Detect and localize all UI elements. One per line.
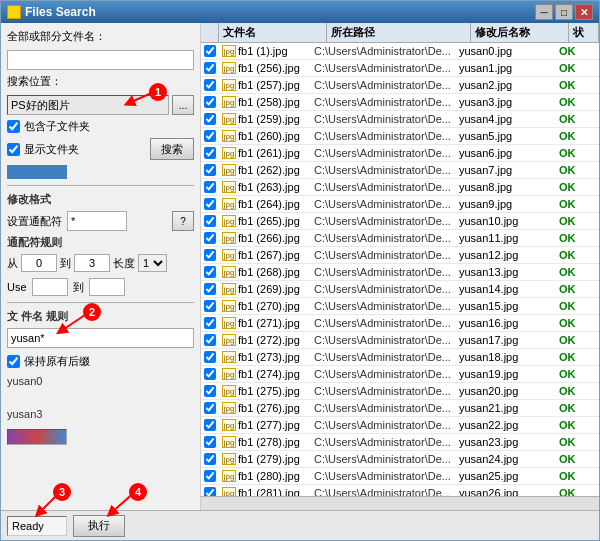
- table-row[interactable]: jpg fb1 (275).jpg C:\Users\Administrator…: [201, 383, 599, 400]
- row-checkbox[interactable]: [204, 487, 216, 496]
- maximize-button[interactable]: □: [555, 4, 573, 20]
- row-checkbox-cell[interactable]: [201, 485, 219, 496]
- row-checkbox[interactable]: [204, 181, 216, 193]
- row-checkbox[interactable]: [204, 453, 216, 465]
- row-checkbox-cell[interactable]: [201, 281, 219, 297]
- row-checkbox-cell[interactable]: [201, 162, 219, 178]
- table-row[interactable]: jpg fb1 (263).jpg C:\Users\Administrator…: [201, 179, 599, 196]
- to2-input[interactable]: [89, 278, 125, 296]
- execute-button[interactable]: 执行: [73, 515, 125, 537]
- row-checkbox-cell[interactable]: [201, 94, 219, 110]
- filename-input[interactable]: [7, 50, 194, 70]
- table-row[interactable]: jpg fb1 (267).jpg C:\Users\Administrator…: [201, 247, 599, 264]
- row-checkbox[interactable]: [204, 215, 216, 227]
- search-button[interactable]: 搜索: [150, 138, 194, 160]
- row-checkbox[interactable]: [204, 436, 216, 448]
- row-checkbox[interactable]: [204, 402, 216, 414]
- table-row[interactable]: jpg fb1 (277).jpg C:\Users\Administrator…: [201, 417, 599, 434]
- row-checkbox[interactable]: [204, 113, 216, 125]
- row-checkbox-cell[interactable]: [201, 77, 219, 93]
- row-checkbox-cell[interactable]: [201, 332, 219, 348]
- table-row[interactable]: jpg fb1 (279).jpg C:\Users\Administrator…: [201, 451, 599, 468]
- row-checkbox[interactable]: [204, 317, 216, 329]
- row-checkbox-cell[interactable]: [201, 451, 219, 467]
- table-row[interactable]: jpg fb1 (1).jpg C:\Users\Administrator\D…: [201, 43, 599, 60]
- table-row[interactable]: jpg fb1 (260).jpg C:\Users\Administrator…: [201, 128, 599, 145]
- row-checkbox[interactable]: [204, 470, 216, 482]
- row-checkbox[interactable]: [204, 96, 216, 108]
- row-checkbox-cell[interactable]: [201, 128, 219, 144]
- row-checkbox-cell[interactable]: [201, 315, 219, 331]
- row-checkbox-cell[interactable]: [201, 468, 219, 484]
- table-row[interactable]: jpg fb1 (258).jpg C:\Users\Administrator…: [201, 94, 599, 111]
- row-checkbox-cell[interactable]: [201, 417, 219, 433]
- table-row[interactable]: jpg fb1 (276).jpg C:\Users\Administrator…: [201, 400, 599, 417]
- table-row[interactable]: jpg fb1 (266).jpg C:\Users\Administrator…: [201, 230, 599, 247]
- row-checkbox[interactable]: [204, 368, 216, 380]
- row-checkbox-cell[interactable]: [201, 196, 219, 212]
- table-row[interactable]: jpg fb1 (281).jpg C:\Users\Administrator…: [201, 485, 599, 496]
- close-button[interactable]: ✕: [575, 4, 593, 20]
- row-checkbox-cell[interactable]: [201, 213, 219, 229]
- table-row[interactable]: jpg fb1 (280).jpg C:\Users\Administrator…: [201, 468, 599, 485]
- table-row[interactable]: jpg fb1 (257).jpg C:\Users\Administrator…: [201, 77, 599, 94]
- browse-button[interactable]: ...: [172, 95, 194, 115]
- row-checkbox-cell[interactable]: [201, 230, 219, 246]
- table-row[interactable]: jpg fb1 (261).jpg C:\Users\Administrator…: [201, 145, 599, 162]
- table-row[interactable]: jpg fb1 (272).jpg C:\Users\Administrator…: [201, 332, 599, 349]
- from-input[interactable]: [21, 254, 57, 272]
- row-checkbox[interactable]: [204, 130, 216, 142]
- table-row[interactable]: jpg fb1 (262).jpg C:\Users\Administrator…: [201, 162, 599, 179]
- include-subfolders-checkbox[interactable]: [7, 120, 20, 133]
- row-checkbox-cell[interactable]: [201, 145, 219, 161]
- show-folder-checkbox[interactable]: [7, 143, 20, 156]
- table-row[interactable]: jpg fb1 (274).jpg C:\Users\Administrator…: [201, 366, 599, 383]
- row-checkbox[interactable]: [204, 198, 216, 210]
- row-checkbox-cell[interactable]: [201, 349, 219, 365]
- table-row[interactable]: jpg fb1 (264).jpg C:\Users\Administrator…: [201, 196, 599, 213]
- row-checkbox-cell[interactable]: [201, 383, 219, 399]
- minimize-button[interactable]: ─: [535, 4, 553, 20]
- row-checkbox[interactable]: [204, 419, 216, 431]
- table-row[interactable]: jpg fb1 (271).jpg C:\Users\Administrator…: [201, 315, 599, 332]
- row-checkbox-cell[interactable]: [201, 111, 219, 127]
- row-checkbox-cell[interactable]: [201, 60, 219, 76]
- table-row[interactable]: jpg fb1 (259).jpg C:\Users\Administrator…: [201, 111, 599, 128]
- row-checkbox[interactable]: [204, 385, 216, 397]
- horizontal-scrollbar[interactable]: [201, 496, 599, 510]
- row-checkbox-cell[interactable]: [201, 298, 219, 314]
- row-checkbox-cell[interactable]: [201, 264, 219, 280]
- row-checkbox[interactable]: [204, 79, 216, 91]
- table-row[interactable]: jpg fb1 (270).jpg C:\Users\Administrator…: [201, 298, 599, 315]
- table-row[interactable]: jpg fb1 (268).jpg C:\Users\Administrator…: [201, 264, 599, 281]
- table-row[interactable]: jpg fb1 (265).jpg C:\Users\Administrator…: [201, 213, 599, 230]
- wildcard-input[interactable]: [67, 211, 127, 231]
- step-select[interactable]: 123: [138, 254, 167, 272]
- row-checkbox[interactable]: [204, 249, 216, 261]
- row-checkbox[interactable]: [204, 62, 216, 74]
- row-checkbox[interactable]: [204, 266, 216, 278]
- table-row[interactable]: jpg fb1 (278).jpg C:\Users\Administrator…: [201, 434, 599, 451]
- use-input[interactable]: [32, 278, 68, 296]
- row-checkbox-cell[interactable]: [201, 434, 219, 450]
- row-checkbox[interactable]: [204, 232, 216, 244]
- filename-rule-input[interactable]: [7, 328, 194, 348]
- row-checkbox-cell[interactable]: [201, 366, 219, 382]
- row-checkbox[interactable]: [204, 334, 216, 346]
- row-checkbox[interactable]: [204, 300, 216, 312]
- row-checkbox-cell[interactable]: [201, 400, 219, 416]
- row-checkbox-cell[interactable]: [201, 179, 219, 195]
- row-checkbox[interactable]: [204, 147, 216, 159]
- row-checkbox[interactable]: [204, 351, 216, 363]
- to-input[interactable]: [74, 254, 110, 272]
- row-checkbox-cell[interactable]: [201, 43, 219, 59]
- help-button[interactable]: ?: [172, 211, 194, 231]
- row-checkbox[interactable]: [204, 45, 216, 57]
- row-checkbox[interactable]: [204, 164, 216, 176]
- row-checkbox[interactable]: [204, 283, 216, 295]
- table-row[interactable]: jpg fb1 (256).jpg C:\Users\Administrator…: [201, 60, 599, 77]
- table-row[interactable]: jpg fb1 (269).jpg C:\Users\Administrator…: [201, 281, 599, 298]
- row-checkbox-cell[interactable]: [201, 247, 219, 263]
- table-row[interactable]: jpg fb1 (273).jpg C:\Users\Administrator…: [201, 349, 599, 366]
- keep-original-checkbox[interactable]: [7, 355, 20, 368]
